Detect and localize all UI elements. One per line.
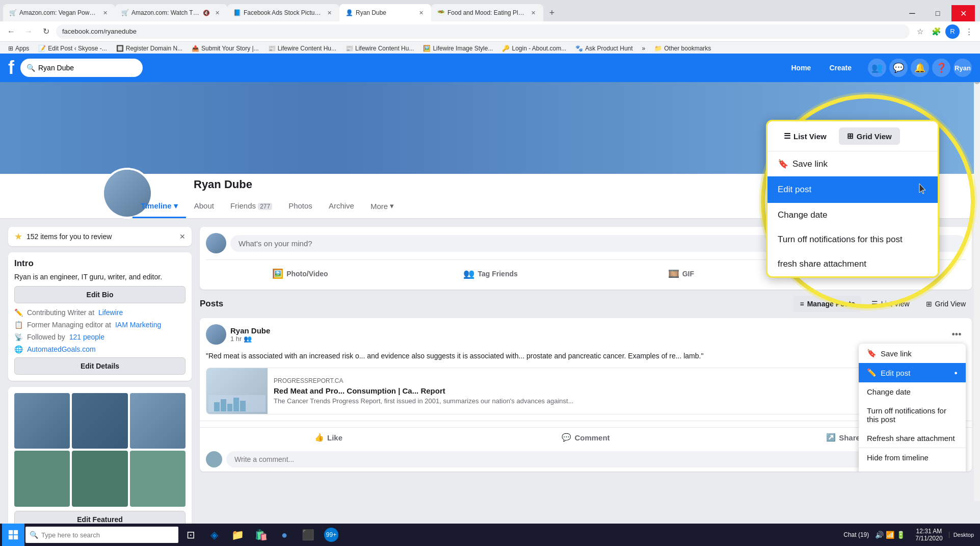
fb-search-input[interactable] bbox=[38, 64, 130, 72]
store-icon[interactable]: 🛍️ bbox=[250, 524, 272, 546]
composer-action-photo[interactable]: 🖼️ Photo/Video bbox=[206, 264, 394, 283]
battery-icon[interactable]: 🔋 bbox=[896, 531, 905, 539]
browser-taskbar-icon[interactable]: ● bbox=[273, 524, 296, 546]
bookmark-editpost[interactable]: 📝 Edit Post ‹ Skyose -... bbox=[34, 44, 111, 53]
website-link[interactable]: AutomatedGoals.com bbox=[27, 345, 96, 353]
tab-4-close[interactable]: ✕ bbox=[417, 9, 425, 17]
tab-about[interactable]: About bbox=[186, 195, 222, 218]
tab-photos[interactable]: Photos bbox=[280, 195, 321, 218]
dropdown-refresh[interactable]: Refresh share attachment bbox=[859, 429, 966, 448]
tab-5-close[interactable]: ✕ bbox=[529, 9, 537, 17]
iam-link[interactable]: IAM Marketing bbox=[115, 321, 161, 329]
fb-friends-icon[interactable]: 👥 bbox=[868, 59, 886, 77]
dropdown-hide[interactable]: Hide from timeline bbox=[859, 448, 966, 467]
fb-nav-home[interactable]: Home bbox=[783, 61, 819, 75]
edit-bio-button[interactable]: Edit Bio bbox=[14, 286, 186, 303]
review-close-button[interactable]: ✕ bbox=[179, 232, 186, 241]
bookmark-lifewire1[interactable]: 📰 Lifewire Content Hu... bbox=[264, 44, 340, 53]
bookmark-apps[interactable]: ⊞ Apps bbox=[4, 44, 33, 53]
fb-notifications-icon[interactable]: 🔔 bbox=[911, 59, 929, 77]
photo-1[interactable] bbox=[14, 393, 70, 449]
bookmark-more[interactable]: » bbox=[638, 44, 650, 53]
dropdown-edit-post[interactable]: ✏️ Edit post ● bbox=[859, 363, 966, 382]
network-icon[interactable]: 📶 bbox=[886, 531, 894, 539]
edit-details-button[interactable]: Edit Details bbox=[14, 357, 186, 375]
dropdown-save-link[interactable]: 🔖 Save link bbox=[859, 344, 966, 363]
fb-help-icon[interactable]: ❓ bbox=[932, 59, 950, 77]
photo-5[interactable] bbox=[72, 451, 127, 506]
mag-edit-post[interactable]: Edit post bbox=[767, 176, 938, 203]
bookmark-submit[interactable]: 📤 Submit Your Story |... bbox=[188, 44, 263, 53]
tab-3-close[interactable]: ✕ bbox=[325, 9, 333, 17]
edit-featured-button[interactable]: Edit Featured bbox=[14, 511, 186, 524]
list-view-button[interactable]: ☰ List View bbox=[865, 296, 916, 312]
speaker-icon[interactable]: 🔊 bbox=[875, 531, 884, 539]
composer-action-tag[interactable]: 👥 Tag Friends bbox=[396, 264, 585, 283]
address-input[interactable] bbox=[56, 24, 910, 39]
photo-6[interactable] bbox=[130, 451, 186, 506]
tab-5[interactable]: 🥗 Food and Mood: Eating Plants to... ✕ bbox=[431, 4, 543, 21]
comment-input[interactable] bbox=[226, 451, 905, 467]
settings-icon[interactable]: ⋮ bbox=[962, 24, 976, 39]
taskbar-search-box[interactable]: 🔍 bbox=[25, 527, 178, 543]
bookmark-producthunt[interactable]: 🐾 Ask Product Hunt bbox=[571, 44, 637, 53]
tab-1-close[interactable]: ✕ bbox=[101, 9, 109, 17]
forward-button[interactable]: → bbox=[21, 24, 36, 39]
tab-2[interactable]: 🛒 Amazon.com: Watch The En... 🔇 ✕ bbox=[115, 4, 227, 21]
manage-posts-button[interactable]: ≡ Manage Posts bbox=[793, 296, 861, 312]
composer-action-gif[interactable]: 🎞️ GIF bbox=[587, 264, 776, 283]
fb-nav-create[interactable]: Create bbox=[821, 61, 860, 75]
bookmark-other[interactable]: 📁 Other bookmarks bbox=[650, 44, 715, 53]
reload-button[interactable]: ↻ bbox=[39, 24, 53, 39]
fb-messenger-icon[interactable]: 💬 bbox=[889, 59, 908, 77]
grid-view-button[interactable]: ⊞ Grid View bbox=[920, 296, 972, 312]
mag-change-date[interactable]: Change date bbox=[767, 203, 938, 227]
back-button[interactable]: ← bbox=[4, 24, 18, 39]
tab-2-close[interactable]: ✕ bbox=[213, 9, 221, 17]
minimize-button[interactable]: ─ bbox=[900, 5, 924, 21]
bookmark-domain[interactable]: 🔲 Register Domain N... bbox=[112, 44, 187, 53]
tab-1[interactable]: 🛒 Amazon.com: Vegan Power Wor... ✕ bbox=[3, 4, 115, 21]
bookmark-lifewire2[interactable]: 📰 Lifewire Content Hu... bbox=[341, 44, 418, 53]
edge-icon[interactable]: ◈ bbox=[203, 524, 225, 546]
start-button[interactable] bbox=[2, 524, 24, 546]
dropdown-delete[interactable]: Delete bbox=[859, 467, 966, 472]
post-menu-button[interactable]: ••• bbox=[947, 325, 966, 344]
tab-timeline[interactable]: Timeline ▾ bbox=[133, 195, 186, 218]
maximize-button[interactable]: □ bbox=[926, 5, 949, 21]
bookmark-login[interactable]: 🔑 Login - About.com... bbox=[498, 44, 570, 53]
tab-4-active[interactable]: 👤 Ryan Dube ✕ bbox=[339, 4, 431, 21]
photo-2[interactable] bbox=[72, 393, 127, 449]
mag-grid-view-tab[interactable]: ⊞ Grid View bbox=[839, 127, 900, 145]
mag-refresh[interactable]: fresh share attachment bbox=[767, 252, 938, 276]
task-view-button[interactable]: ⊡ bbox=[179, 524, 202, 546]
mag-notifications[interactable]: Turn off notifications for this post bbox=[767, 227, 938, 252]
lifewire-link[interactable]: Lifewire bbox=[98, 308, 123, 317]
extensions-icon[interactable]: 🧩 bbox=[929, 24, 943, 39]
comment-button[interactable]: 💬 Comment bbox=[457, 428, 714, 447]
tab-friends[interactable]: Friends 277 bbox=[222, 195, 280, 218]
fb-search-box[interactable]: 🔍 bbox=[20, 59, 143, 77]
bookmark-image[interactable]: 🖼️ Lifewire Image Style... bbox=[419, 44, 497, 53]
post-link-preview[interactable]: PROGRESSREPORT.CA Red Meat and Pro... Co… bbox=[206, 368, 966, 414]
mag-save-link[interactable]: 🔖 Save link bbox=[767, 151, 938, 176]
fb-account-icon[interactable]: Ryan bbox=[953, 59, 972, 77]
bookmark-icon[interactable]: ☆ bbox=[913, 24, 927, 39]
close-button[interactable]: ✕ bbox=[951, 5, 975, 21]
mag-list-view-tab[interactable]: ☰ List View bbox=[776, 127, 835, 145]
badge-icon[interactable]: 99+ bbox=[320, 524, 342, 546]
like-button[interactable]: 👍 Like bbox=[200, 428, 457, 447]
tab-archive[interactable]: Archive bbox=[321, 195, 362, 218]
excel-icon[interactable]: ⬛ bbox=[297, 524, 319, 546]
taskbar-search-input[interactable] bbox=[41, 531, 164, 539]
photo-3[interactable] bbox=[130, 393, 186, 449]
dropdown-change-date[interactable]: Change date bbox=[859, 382, 966, 401]
profile-icon[interactable]: R bbox=[945, 24, 960, 39]
tab-more[interactable]: More ▾ bbox=[362, 195, 402, 218]
dropdown-notifications[interactable]: Turn off notifications for this post bbox=[859, 401, 966, 429]
explorer-icon[interactable]: 📁 bbox=[226, 524, 249, 546]
new-tab-button[interactable]: + bbox=[543, 4, 561, 21]
followers-link[interactable]: 121 people bbox=[69, 333, 104, 341]
photo-4[interactable] bbox=[14, 451, 70, 506]
tab-3[interactable]: 📘 Facebook Ads Stock Pictures, Ro... ✕ bbox=[227, 4, 339, 21]
